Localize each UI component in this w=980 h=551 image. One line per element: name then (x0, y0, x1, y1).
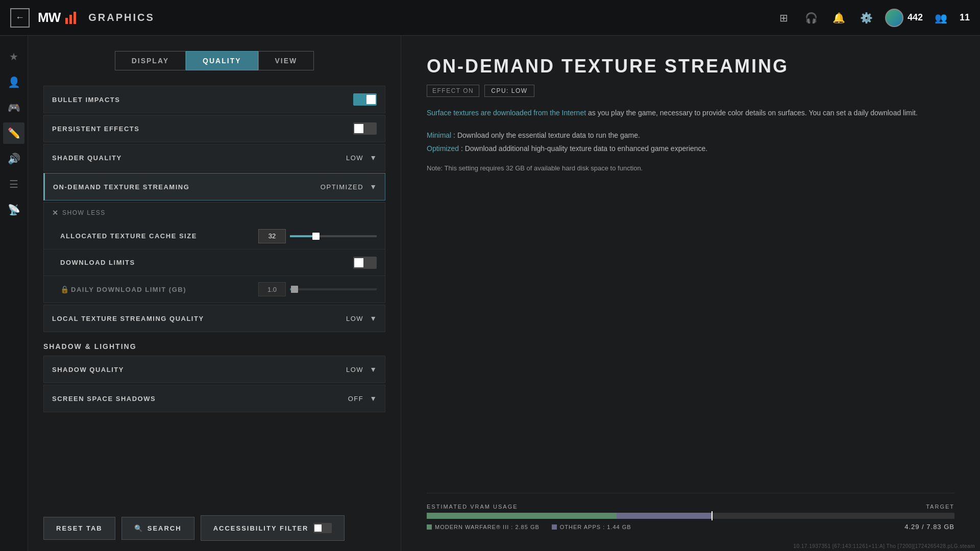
logo-area: MW (38, 10, 76, 26)
download-limits-toggle[interactable] (353, 257, 377, 269)
status-text: 10.17.1937351 [67:143:11261+11:A] Tho [7… (793, 543, 975, 549)
vram-target-label: TARGET (926, 504, 954, 510)
accessibility-filter-label: ACCESSIBILITY FILTER (213, 524, 309, 532)
headset-icon[interactable]: 🎧 (802, 9, 821, 27)
on-demand-chevron: ▼ (370, 183, 377, 191)
sidebar-icon-player[interactable]: 👤 (3, 71, 24, 93)
toggle-thumb-3 (354, 258, 363, 267)
search-button[interactable]: 🔍 SEARCH (121, 517, 194, 540)
description-text: as you play the game, necessary to provi… (586, 109, 918, 117)
logo-bar-2 (69, 15, 72, 24)
tab-quality[interactable]: QUALITY (186, 51, 258, 70)
tab-display[interactable]: DISPLAY (115, 51, 186, 70)
bullet-impacts-label: BULLET IMPACTS (52, 96, 353, 104)
setting-on-demand-texture-streaming[interactable]: ON-DEMAND TEXTURE STREAMING OPTIMIZED ▼ (43, 173, 385, 201)
screen-space-shadows-chevron: ▼ (370, 394, 377, 403)
shadow-section-header: SHADOW & LIGHTING (43, 342, 385, 350)
setting-screen-space-shadows[interactable]: SCREEN SPACE SHADOWS OFF ▼ (43, 385, 385, 412)
accessibility-filter-thumb (314, 524, 322, 532)
bullet-impacts-toggle[interactable] (353, 93, 377, 106)
vram-labels: ESTIMATED VRAM USAGE TARGET (427, 504, 954, 510)
shader-quality-value: LOW (346, 154, 363, 162)
toggle-thumb-2 (354, 124, 363, 133)
vram-bar-other (617, 513, 712, 519)
daily-download-label: DAILY DOWNLOAD LIMIT (GB) (71, 286, 258, 293)
shadow-quality-label: SHADOW QUALITY (52, 366, 346, 373)
logo-bar-3 (74, 12, 76, 24)
logo-bar-1 (65, 18, 68, 24)
download-limits-label: DOWNLOAD LIMITS (60, 259, 353, 266)
shadow-quality-chevron: ▼ (370, 365, 377, 373)
daily-download-slider-track (290, 288, 377, 290)
show-less-row[interactable]: ✕ SHOW LESS (44, 203, 385, 223)
persistent-effects-label: PERSISTENT EFFECTS (52, 125, 353, 133)
tab-view[interactable]: VIEW (258, 51, 314, 70)
grid-icon[interactable]: ⊞ (775, 9, 793, 27)
show-less-x: ✕ (52, 209, 58, 217)
daily-download-value: 1.0 (258, 282, 286, 296)
screen-space-shadows-label: SCREEN SPACE SHADOWS (52, 395, 348, 403)
option-minimal-name: Minimal (427, 131, 451, 139)
on-demand-value: OPTIMIZED (321, 183, 363, 191)
vram-legend-other: OTHER APPS : 1.44 GB (552, 524, 631, 530)
local-texture-value: LOW (346, 315, 363, 322)
accessibility-filter-button[interactable]: ACCESSIBILITY FILTER (201, 515, 345, 541)
left-panel: DISPLAY QUALITY VIEW BULLET IMPACTS PERS… (28, 36, 401, 551)
sub-setting-cache-size[interactable]: ALLOCATED TEXTURE CACHE SIZE 32 (44, 223, 385, 249)
effect-row: EFFECT ON CPU: LOW (427, 85, 954, 97)
toggle-thumb (366, 95, 376, 104)
reset-tab-button[interactable]: RESET TAB (43, 517, 115, 540)
sub-setting-download-limits[interactable]: DOWNLOAD LIMITS (44, 249, 385, 276)
detail-options: Minimal : Download only the essential te… (427, 129, 954, 155)
daily-download-slider-container: 1.0 (258, 282, 377, 296)
shader-quality-chevron: ▼ (370, 154, 377, 162)
setting-local-texture-streaming[interactable]: LOCAL TEXTURE STREAMING QUALITY LOW ▼ (43, 305, 385, 332)
sidebar-icon-controller[interactable]: 🎮 (3, 97, 24, 118)
detail-note: Note: This setting requires 32 GB of ava… (427, 163, 954, 174)
local-texture-chevron: ▼ (370, 314, 377, 322)
on-demand-sub-settings: ✕ SHOW LESS ALLOCATED TEXTURE CACHE SIZE… (43, 202, 385, 303)
option-optimized-name: Optimized (427, 144, 459, 153)
gear-icon[interactable]: ⚙️ (857, 9, 876, 27)
sidebar-icon-network[interactable]: 📡 (3, 199, 24, 220)
sidebar-icon-interface[interactable]: ☰ (3, 173, 24, 195)
on-demand-label: ON-DEMAND TEXTURE STREAMING (53, 183, 321, 191)
logo-bars (65, 12, 76, 24)
right-panel: ON-DEMAND TEXTURE STREAMING EFFECT ON CP… (401, 36, 980, 551)
search-label: SEARCH (148, 524, 182, 532)
topbar-right: ⊞ 🎧 🔔 ⚙️ 442 👥 11 (775, 9, 970, 27)
setting-bullet-impacts[interactable]: BULLET IMPACTS (43, 86, 385, 113)
player-badge: 442 (885, 9, 923, 27)
squad-icon[interactable]: 👥 (932, 9, 950, 27)
description-link: Surface textures are downloaded from the… (427, 109, 586, 117)
setting-shadow-quality[interactable]: SHADOW QUALITY LOW ▼ (43, 356, 385, 383)
tabs-row: DISPLAY QUALITY VIEW (115, 51, 314, 70)
search-icon: 🔍 (134, 524, 143, 532)
vram-target-line (712, 511, 713, 520)
setting-shader-quality[interactable]: SHADER QUALITY LOW ▼ (43, 144, 385, 171)
sidebar: ★ 👤 🎮 ✏️ 🔊 ☰ 📡 (0, 36, 28, 551)
cache-size-value: 32 (258, 229, 286, 243)
vram-legend-mw: MODERN WARFARE® III : 2.85 GB (427, 524, 540, 530)
setting-persistent-effects[interactable]: PERSISTENT EFFECTS (43, 115, 385, 142)
player-points: 442 (908, 12, 923, 23)
cache-size-slider-track[interactable] (290, 235, 377, 237)
sidebar-icon-graphics[interactable]: ✏️ (3, 122, 24, 144)
vram-legend: MODERN WARFARE® III : 2.85 GB OTHER APPS… (427, 523, 954, 531)
accessibility-filter-toggle[interactable] (313, 523, 332, 533)
effect-value: CPU: LOW (484, 85, 534, 97)
screen-space-shadows-value: OFF (348, 395, 364, 403)
back-button[interactable]: ← (10, 8, 30, 28)
vram-bar-container (427, 513, 954, 519)
topbar: ← MW GRAPHICS ⊞ 🎧 🔔 ⚙️ 442 👥 11 (0, 0, 980, 36)
page-title: GRAPHICS (88, 12, 155, 23)
persistent-effects-toggle[interactable] (353, 122, 377, 135)
bell-icon[interactable]: 🔔 (830, 9, 848, 27)
sidebar-icon-favorites[interactable]: ★ (3, 46, 24, 67)
lock-icon: 🔒 (60, 285, 69, 293)
sidebar-icon-audio[interactable]: 🔊 (3, 148, 24, 169)
show-less-label: SHOW LESS (62, 209, 106, 216)
cache-size-slider-thumb[interactable] (312, 233, 320, 240)
vram-dot-other (552, 524, 557, 530)
vram-other-label: OTHER APPS : 1.44 GB (560, 524, 631, 530)
